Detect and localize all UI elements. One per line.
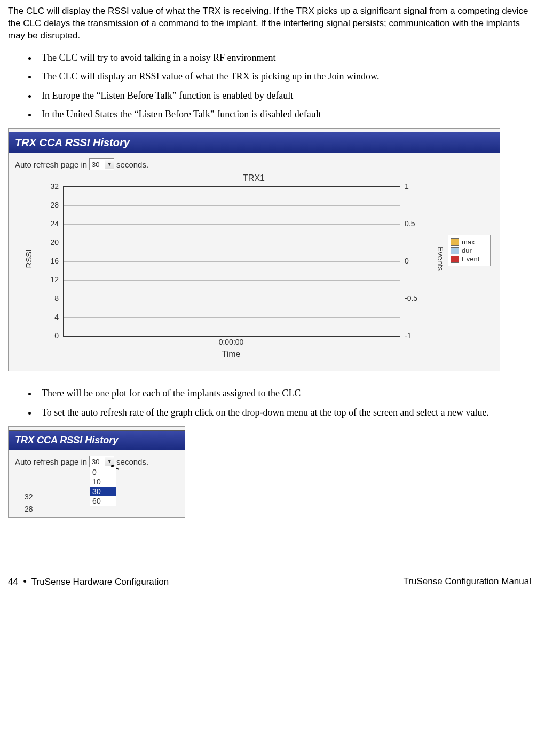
chart-legend: max dur Event — [448, 235, 491, 266]
separator: • — [23, 576, 26, 587]
refresh-dropdown-value: 30 — [90, 458, 105, 466]
y-axis-left-label: RSSI — [24, 250, 33, 268]
rssi-history-panel-small: TRX CCA RSSI History Auto refresh page i… — [8, 426, 185, 518]
chevron-down-icon: ▼ — [105, 160, 114, 169]
bullet-list-2: There will be one plot for each of the i… — [8, 387, 531, 419]
list-item: In Europe the “Listen Before Talk” funct… — [37, 90, 531, 102]
refresh-row: Auto refresh page in 30 ▼ seconds. — [15, 158, 493, 170]
plot-area — [63, 186, 400, 337]
legend-swatch — [451, 238, 459, 246]
dropdown-option-selected[interactable]: 30 — [90, 487, 116, 496]
x-axis-label: Time — [15, 349, 399, 359]
tick: -0.5 — [405, 294, 417, 303]
bullet-list-1: The CLC will try to avoid talking in a n… — [8, 52, 531, 121]
legend-item-event: Event — [451, 255, 488, 263]
legend-item-max: max — [451, 238, 488, 246]
refresh-prefix: Auto refresh page in — [15, 160, 87, 169]
refresh-row: Auto refresh page in 30 ▼ ↖ 0 10 30 60 s… — [15, 456, 178, 467]
legend-label: dur — [462, 246, 472, 254]
tick: -1 — [405, 331, 411, 340]
refresh-dropdown[interactable]: 30 ▼ — [89, 158, 114, 170]
refresh-prefix: Auto refresh page in — [15, 457, 87, 466]
dropdown-options: 0 10 30 60 — [90, 467, 116, 506]
tick: 12 — [50, 275, 59, 284]
tick: 4 — [54, 313, 59, 321]
tick: 24 — [50, 219, 59, 228]
chevron-down-icon: ▼ — [105, 457, 114, 466]
footer-left: 44 • TruSense Hardware Configuration — [8, 576, 169, 587]
legend-swatch — [451, 247, 459, 254]
y-ticks-right: 1 0.5 0 -0.5 -1 — [401, 186, 423, 336]
tick: 0.5 — [405, 219, 415, 228]
list-item: There will be one plot for each of the i… — [37, 387, 531, 400]
tick: 16 — [50, 257, 59, 265]
y-ticks-left: 32 28 24 20 16 12 8 4 0 — [42, 186, 61, 336]
x-tick: 0:00:00 — [15, 338, 399, 346]
panel-title: TRX CCA RSSI History — [9, 430, 185, 450]
legend-swatch — [451, 256, 459, 263]
refresh-suffix: seconds. — [116, 457, 148, 466]
chart-title: TRX1 — [15, 173, 493, 183]
list-item: The CLC will display an RSSI value of wh… — [37, 70, 531, 83]
intro-paragraph: The CLC will display the RSSI value of w… — [8, 5, 531, 42]
list-item: The CLC will try to avoid talking in a n… — [37, 52, 531, 64]
legend-label: Event — [462, 255, 479, 263]
refresh-suffix: seconds. — [116, 160, 148, 169]
tick: 8 — [54, 294, 59, 303]
footer-section: TruSense Hardware Configuration — [31, 577, 169, 587]
refresh-dropdown-value: 30 — [90, 161, 105, 169]
footer-right: TruSense Configuration Manual — [404, 576, 531, 587]
tick: 32 — [50, 182, 59, 190]
tick: 28 — [50, 201, 59, 209]
tick: 1 — [405, 182, 409, 190]
tick: 0 — [405, 257, 409, 265]
dropdown-option[interactable]: 10 — [90, 477, 116, 487]
list-item: In the United States the “Listen Before … — [37, 108, 531, 121]
legend-item-dur: dur — [451, 246, 488, 254]
dropdown-option[interactable]: 0 — [90, 467, 116, 477]
legend-label: max — [462, 238, 475, 246]
list-item: To set the auto refresh rate of the grap… — [37, 407, 531, 419]
rssi-chart: TRX1 RSSI Events 32 28 24 20 16 12 8 4 0… — [15, 173, 493, 365]
rssi-history-panel: TRX CCA RSSI History Auto refresh page i… — [8, 128, 500, 371]
page-footer: 44 • TruSense Hardware Configuration Tru… — [8, 576, 531, 587]
tick: 20 — [50, 238, 59, 246]
dropdown-option[interactable]: 60 — [90, 496, 116, 506]
page-number: 44 — [8, 577, 18, 587]
refresh-dropdown-open[interactable]: 30 ▼ ↖ 0 10 30 60 — [89, 456, 114, 467]
y-axis-right-label: Events — [436, 246, 445, 271]
panel-title: TRX CCA RSSI History — [9, 132, 500, 153]
